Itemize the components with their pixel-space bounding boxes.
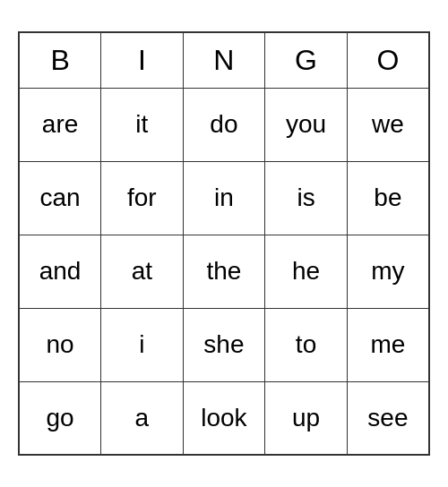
bingo-cell-r2-c0: and [19, 235, 101, 308]
bingo-cell-r1-c3: is [265, 161, 348, 235]
bingo-cell-r2-c2: the [183, 235, 265, 308]
table-row: areitdoyouwe [19, 88, 429, 161]
bingo-cell-r2-c3: he [265, 235, 348, 308]
table-row: andatthehemy [19, 235, 429, 308]
bingo-header-g: G [265, 32, 348, 88]
table-row: noishetome [19, 308, 429, 381]
bingo-header-o: O [347, 32, 429, 88]
table-row: goalookupsee [19, 381, 429, 455]
bingo-header-i: I [101, 32, 183, 88]
bingo-cell-r4-c0: go [19, 381, 101, 455]
bingo-cell-r1-c4: be [347, 161, 429, 235]
bingo-cell-r3-c3: to [265, 308, 348, 381]
bingo-cell-r0-c4: we [347, 88, 429, 161]
bingo-cell-r4-c3: up [265, 381, 348, 455]
table-row: canforinisbe [19, 161, 429, 235]
bingo-cell-r2-c4: my [347, 235, 429, 308]
bingo-cell-r4-c2: look [183, 381, 265, 455]
bingo-card: BINGO areitdoyouwecanforinisbeandatthehe… [18, 31, 430, 456]
bingo-header-n: N [183, 32, 265, 88]
bingo-cell-r3-c0: no [19, 308, 101, 381]
bingo-cell-r1-c2: in [183, 161, 265, 235]
bingo-cell-r0-c0: are [19, 88, 101, 161]
bingo-cell-r0-c1: it [101, 88, 183, 161]
bingo-cell-r0-c2: do [183, 88, 265, 161]
bingo-cell-r0-c3: you [265, 88, 348, 161]
bingo-cell-r3-c2: she [183, 308, 265, 381]
bingo-header-b: B [19, 32, 101, 88]
bingo-cell-r3-c4: me [347, 308, 429, 381]
bingo-cell-r4-c4: see [347, 381, 429, 455]
bingo-cell-r1-c0: can [19, 161, 101, 235]
bingo-cell-r4-c1: a [101, 381, 183, 455]
bingo-cell-r1-c1: for [101, 161, 183, 235]
bingo-cell-r3-c1: i [101, 308, 183, 381]
bingo-cell-r2-c1: at [101, 235, 183, 308]
